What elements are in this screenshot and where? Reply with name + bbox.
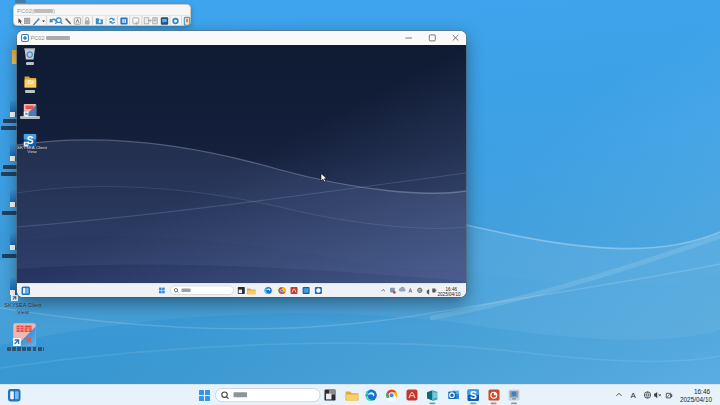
svg-text:2025/04/10: 2025/04/10 — [680, 396, 712, 403]
svg-text:S: S — [470, 389, 477, 401]
svg-text:2025/04/10: 2025/04/10 — [438, 292, 461, 297]
svg-text:A: A — [631, 391, 637, 400]
svg-text:16:46: 16:46 — [694, 388, 710, 395]
